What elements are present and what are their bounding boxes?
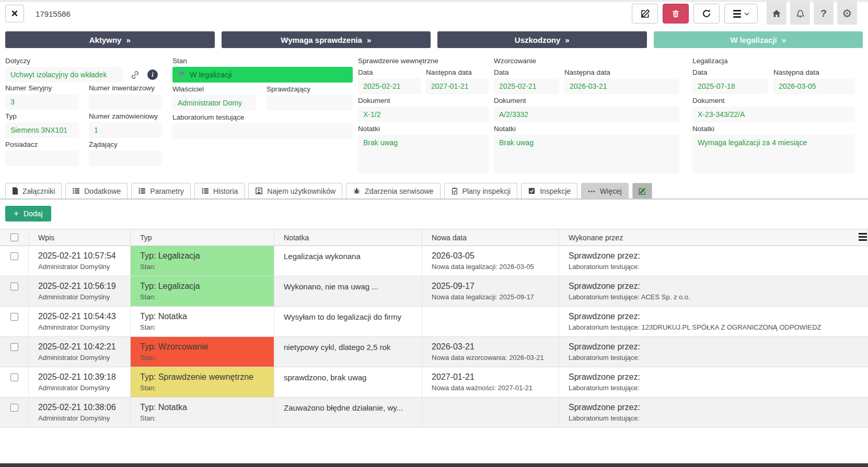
home-button[interactable] (767, 1, 786, 25)
refresh-button[interactable] (693, 4, 720, 24)
tab-zdarzenia-serwisowe[interactable]: Zdarzenia serwisowe (346, 183, 441, 199)
tab-inspekcje[interactable]: Inspekcje (521, 183, 577, 199)
workflow-label: Wymaga sprawdzenia (281, 36, 362, 44)
tab-wiecej[interactable]: ••• Więcej (581, 183, 629, 199)
tab-historia[interactable]: Historia (194, 183, 245, 199)
tab-plany-inspekcji[interactable]: Plany inspekcji (444, 183, 518, 199)
dokument-field[interactable]: A/2/3332 (494, 107, 679, 122)
history-table-body: 2025-02-21 10:57:54Administrator Domyśln… (0, 246, 868, 428)
row-checkbox[interactable] (10, 404, 18, 412)
entry-author: Administrator Domyślny (38, 353, 126, 363)
help-button[interactable]: ? (814, 1, 834, 25)
tab-parametry[interactable]: Parametry (131, 183, 191, 199)
table-row: 2025-02-21 10:56:19Administrator Domyśln… (0, 276, 868, 307)
refresh-icon (702, 9, 711, 18)
column-header-notatka[interactable]: Notatka (274, 229, 422, 246)
entry-stan: Stan: (140, 383, 270, 393)
tab-label: Inspekcje (540, 187, 571, 195)
numer-zamowieniowy-field[interactable]: 1 (89, 122, 162, 138)
row-checkbox[interactable] (10, 252, 18, 260)
settings-button[interactable]: ⚙ (837, 1, 857, 25)
nastepna-data-field[interactable]: 2026-03-21 (564, 78, 679, 94)
close-button[interactable]: × (5, 5, 24, 22)
row-checkbox[interactable] (10, 313, 18, 321)
double-arrow-icon: » (565, 36, 569, 44)
add-button[interactable]: + Dodaj (5, 206, 51, 221)
testing-lab: Laboratorium testujące: 123DRUKUJ.PL SPÓ… (569, 322, 864, 332)
row-checkbox[interactable] (10, 283, 18, 290)
close-icon: × (11, 8, 18, 19)
tab-label: Zdarzenia serwisowe (365, 187, 434, 195)
nastepna-data-field[interactable]: 2026-03-05 (773, 78, 854, 94)
numer-seryjny-field[interactable]: 3 (5, 94, 78, 110)
wpis-cell: 2025-02-21 10:54:43Administrator Domyśln… (29, 307, 131, 336)
workflow-button-uszkodzony[interactable]: Uszkodzony » (437, 31, 647, 48)
nowa-data-cell: 2025-09-17Nowa data legalizacji: 2025-09… (422, 276, 559, 306)
zadajacy-field[interactable] (89, 150, 162, 166)
table-row: 2025-02-21 10:57:54Administrator Domyśln… (0, 246, 868, 276)
column-header-wpis[interactable]: Wpis (29, 229, 131, 246)
tab-edit-button[interactable] (632, 183, 652, 199)
delete-button[interactable] (663, 4, 689, 24)
numer-inwentarzowy-field[interactable] (89, 94, 162, 110)
wlasciciel-label: Właściciel (172, 84, 256, 95)
data-field[interactable]: 2025-02-21 (494, 78, 559, 94)
notatki-field[interactable]: Wymaga legalizacji za 4 miesiące (692, 135, 854, 173)
file-icon (12, 187, 18, 195)
workflow-button-aktywny[interactable]: Aktywny » (5, 31, 215, 48)
notatki-field[interactable]: Brak uwag (494, 135, 679, 173)
laboratorium-field[interactable] (172, 123, 353, 139)
details-form: Dotyczy Uchwyt izolacyjny do wkładek i N… (0, 48, 868, 180)
edit-icon (640, 9, 650, 19)
nowa-data-cell: 2026-03-21Nowa data wzorcowania: 2026-03… (422, 337, 559, 367)
notatki-field[interactable]: Brak uwag (358, 135, 489, 173)
wlasciciel-field[interactable]: Administrator Domy (172, 95, 256, 111)
page-title: 17915586 (36, 9, 71, 18)
bell-icon (796, 9, 805, 18)
column-settings-icon[interactable] (859, 233, 867, 241)
typ-cell: Typ: LegalizacjaStan: (131, 246, 274, 276)
link-icon[interactable] (130, 70, 140, 80)
column-header-nowa-data[interactable]: Nowa data (422, 229, 559, 246)
edit-button[interactable] (632, 4, 658, 24)
column-header-typ[interactable]: Typ (131, 229, 274, 246)
wykonane-przez-cell: Sprawdzone przez:Laboratorium testujące: (559, 398, 868, 427)
workflow-button-w-legalizacji[interactable]: W legalizacji » (654, 31, 863, 48)
dokument-field[interactable]: X-23-343/22/A (692, 107, 854, 122)
select-all-checkbox[interactable] (10, 234, 18, 241)
tab-dodatkowe[interactable]: Dodatkowe (65, 183, 128, 199)
dotyczy-label: Dotyczy (5, 55, 162, 67)
row-checkbox-cell (0, 337, 29, 367)
tab-zalaczniki[interactable]: Załączniki (5, 183, 62, 199)
testing-lab: Laboratorium testujące: ACES Sp. z o.o. (569, 292, 864, 302)
stan-field[interactable]: W legalizacji (172, 67, 353, 83)
notatka-cell: Wysyłam to do legalizacji do firmy (274, 307, 422, 336)
sprawdzajacy-field[interactable] (267, 95, 353, 111)
typ-field[interactable]: Siemens 3NX101 (5, 122, 78, 138)
nastepna-data-field[interactable]: 2027-01-21 (426, 78, 489, 94)
info-icon[interactable]: i (147, 69, 158, 80)
checked-by: Sprawdzone przez: (569, 250, 864, 262)
menu-dropdown-button[interactable] (724, 4, 758, 24)
workflow-button-wymaga-sprawdzenia[interactable]: Wymaga sprawdzenia » (222, 31, 431, 48)
testing-lab: Laboratorium testujące: (569, 262, 864, 272)
section-title: Sprawdzenie wewnętrzne (358, 55, 489, 67)
dotyczy-field[interactable]: Uchwyt izolacyjny do wkładek (5, 67, 123, 83)
row-checkbox[interactable] (10, 343, 18, 351)
column-header-wykonane-przez[interactable]: Wykonane przez (559, 229, 868, 246)
notifications-button[interactable] (790, 1, 810, 25)
tab-label: Historia (213, 187, 238, 195)
nowa-data-cell: 2026-03-05Nowa data legalizacji: 2026-03… (422, 246, 559, 276)
dokument-field[interactable]: X-1/2 (358, 107, 489, 122)
tab-najem-uzytkownikow[interactable]: Najem użytkowników (248, 183, 342, 199)
workflow-label: Aktywny (89, 36, 122, 44)
numer-seryjny-label: Numer Seryjny (5, 83, 78, 94)
posiadacz-field[interactable] (5, 150, 78, 166)
data-field[interactable]: 2025-07-18 (692, 78, 768, 94)
workflow-label: W legalizacji (730, 36, 777, 44)
typ-cell: Typ: NotatkaStan: (131, 307, 274, 336)
data-label: Data (494, 67, 559, 78)
row-checkbox[interactable] (10, 373, 18, 381)
data-field[interactable]: 2025-02-21 (358, 78, 421, 94)
new-date: 2027-01-21 (432, 371, 554, 383)
